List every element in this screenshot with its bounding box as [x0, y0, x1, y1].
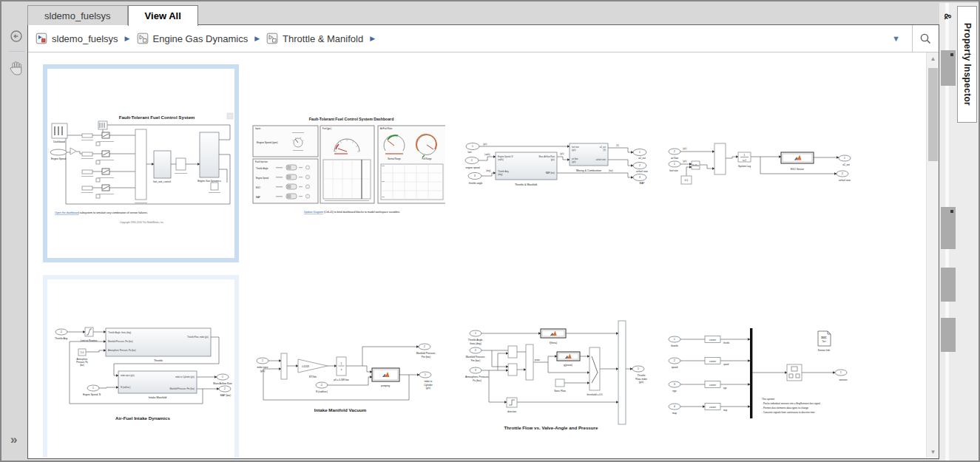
block-label: Intake Manifold: [149, 396, 166, 399]
breadcrumb-item-model[interactable]: sldemo_fuelsys: [36, 33, 118, 44]
expand-panel-icon[interactable]: »: [10, 432, 17, 447]
svg-text:mdot to Cylinder (g/s): mdot to Cylinder (g/s): [175, 376, 195, 378]
svg-text:mdot input (g/s): mdot input (g/s): [121, 374, 135, 377]
svg-text:2: 2: [224, 387, 226, 390]
left-toolbar: »: [6, 24, 27, 459]
svg-text:1.0: 1.0: [81, 351, 84, 354]
thumbnail-dashboard[interactable]: Fault-Tolerant Fuel Control System Dashb…: [251, 112, 445, 225]
fuel-scope: [323, 160, 371, 201]
open-dashboard-link[interactable]: Open the dashboard: [55, 211, 79, 214]
view-all-canvas[interactable]: Fault-Tolerant Fuel Control System: [29, 52, 925, 458]
svg-text:N (rad/sec): N (rad/sec): [121, 386, 130, 389]
svg-text:MAP (bar): MAP (bar): [220, 394, 231, 397]
thumbnail-fuel-control-system[interactable]: Fault-Tolerant Fuel Control System: [43, 64, 239, 262]
svg-text:4: 4: [674, 405, 675, 408]
svg-text:Throttle Flow, mdot (g/s): Throttle Flow, mdot (g/s): [187, 336, 209, 339]
tab-view-all[interactable]: View All: [128, 5, 198, 26]
svg-text:fuel rate: fuel rate: [572, 146, 579, 149]
svg-text:throttle: throttle: [671, 344, 678, 347]
diagram-dashboard: Fault-Tolerant Fuel Control System Dashb…: [251, 112, 445, 225]
doc-block: DOC Text Sensor Info: [818, 331, 831, 352]
svg-text:fuel rate: fuel rate: [669, 169, 678, 172]
thumbnail-sensor-bus[interactable]: 1 2 3 4 1 throttle speed ego map sensors: [664, 320, 862, 436]
svg-text:DOC: DOC: [821, 336, 827, 339]
svg-text:(V): (V): [616, 144, 619, 147]
diagram-throttle-flow: 1 2 3 1 Throttle Angle,theta (deg) Manif…: [459, 313, 659, 437]
thumbnail-throttle-flow[interactable]: 1 2 3 1 Throttle Angle,theta (deg) Manif…: [459, 313, 659, 437]
svg-text:Atmospheric Pressure,: Atmospheric Pressure,: [465, 376, 489, 378]
svg-text:2: 2: [674, 359, 675, 362]
svg-text:Mass Airflow Rate: Mass Airflow Rate: [538, 155, 555, 158]
block-label: Sensor Info: [818, 349, 831, 352]
diagram-mixing-combustion: 2 1 1 2 air flow fuel rate o2_out airfue…: [664, 130, 862, 191]
tab-sldemo-fuelsys[interactable]: sldemo_fuelsys: [27, 5, 128, 25]
svg-text:(g/s): (g/s): [572, 160, 575, 163]
svg-text:speed: speed: [672, 366, 678, 369]
panel-title: Fault Injection: [255, 160, 268, 163]
svg-text:2: 2: [61, 330, 62, 333]
svg-text:airfuel ratio: airfuel ratio: [636, 170, 648, 173]
svg-text:Mass Airflow Rate: Mass Airflow Rate: [213, 382, 232, 385]
thumbnail-engine-gas-dynamics[interactable]: 1 2 3 1 2 3 fuel engine speed throttle a…: [461, 126, 657, 194]
annotation-box: [227, 113, 233, 119]
back-icon[interactable]: [10, 30, 23, 43]
scrollbar-thumb[interactable]: [928, 68, 938, 161]
breadcrumb-separator-icon: ▶: [370, 35, 375, 42]
svg-text:Throttle Ang.: Throttle Ang.: [498, 170, 509, 173]
thumbnail-mixing-combustion[interactable]: 2 1 1 2 air flow fuel rate o2_out airfue…: [664, 130, 862, 191]
block-label: System Lag: [738, 165, 751, 168]
svg-text:Throttle Angle, theta (deg): Throttle Angle, theta (deg): [108, 331, 131, 334]
svg-text:o2_out: o2_out: [842, 163, 850, 166]
thumbnail-air-fuel-intake-dynamics[interactable]: 2 1 1 2 Throttle Ang. Engine Speed, N Ma…: [43, 275, 239, 458]
gauge-caption: Full Range: [422, 157, 433, 160]
breadcrumb-dropdown-icon[interactable]: ▼: [892, 34, 900, 43]
pan-hand-icon[interactable]: [9, 60, 24, 76]
svg-text:(g/s): (g/s): [551, 158, 555, 161]
svg-text:map: map: [672, 412, 677, 415]
svg-text:1: 1: [425, 373, 426, 376]
scroll-up-icon[interactable]: ▲: [927, 52, 939, 64]
svg-text:(bar): (bar): [80, 364, 84, 367]
blocks: MinMax 0.1 1 s+1 System Lag EGO Sensor: [681, 143, 814, 184]
block-label: direction: [507, 410, 516, 413]
svg-text:fuel: fuel: [467, 151, 471, 154]
svg-text:ego: ego: [723, 387, 727, 390]
svg-text:(g/s): (g/s): [572, 149, 575, 152]
panel-title: Air/Fuel Ratio: [380, 127, 393, 130]
canvas-vertical-scrollbar[interactable]: ▲ ▼: [926, 52, 939, 458]
thumbnail-intake-manifold-vacuum[interactable]: 1 2 2 1 mdot input (g/s) N (rad/sec) Man…: [250, 326, 446, 424]
breadcrumb-label: Engine Gas Dynamics: [153, 33, 249, 44]
svg-text:mdot input: mdot input: [257, 366, 268, 369]
collapsed-section[interactable]: [941, 50, 956, 86]
bus-creator: [750, 328, 752, 418]
breadcrumb-item-engine-gas-dynamics[interactable]: Engine Gas Dynamics: [137, 33, 249, 44]
svg-text:0.1: 0.1: [685, 179, 689, 182]
block-label: Throttle: [154, 359, 163, 362]
collapsed-section[interactable]: [941, 268, 956, 302]
svg-text:1: 1: [92, 387, 94, 390]
breadcrumb: sldemo_fuelsys ▶ Engine Gas Dynamics ▶ T…: [28, 25, 939, 52]
simulink-window: sldemo_fuelsys View All » sldemo_fuelsys…: [0, 0, 980, 462]
svg-text:air flow: air flow: [572, 157, 578, 160]
svg-text:airfuel ratio: airfuel ratio: [839, 179, 851, 182]
svg-text:MAP (bar): MAP (bar): [546, 171, 555, 174]
update-diagram-link[interactable]: Update Diagram: [304, 211, 323, 214]
svg-text:air flow: air flow: [671, 157, 679, 160]
svg-text:3: 3: [475, 369, 476, 372]
svg-text:o2_out: o2_out: [600, 146, 606, 149]
svg-text:MAP: MAP: [640, 182, 645, 185]
block-label: RT/Vm: [309, 376, 317, 378]
svg-text:MinMax: MinMax: [692, 164, 700, 167]
limit-block: Limit to Positive: [81, 327, 98, 342]
breadcrumb-item-throttle-manifold[interactable]: Throttle & Manifold: [266, 33, 363, 44]
svg-text:1: 1: [639, 151, 641, 154]
scroll-down-icon[interactable]: ▼: [927, 446, 939, 458]
property-inspector-tab[interactable]: Property Inspector: [957, 6, 977, 123]
diagram-title: Intake Manifold Vacuum: [314, 407, 367, 412]
throttle-block: Throttle Angle, theta (deg) Manifold Pre…: [106, 328, 211, 362]
collapsed-section[interactable]: [941, 207, 956, 249]
search-button[interactable]: [913, 25, 939, 52]
diagram-intake-manifold-vacuum: 1 2 2 1 mdot input (g/s) N (rad/sec) Man…: [250, 326, 446, 424]
diagram-title: Fault-Tolerant Fuel Control System Dashb…: [309, 117, 394, 121]
collapsed-section[interactable]: [941, 318, 956, 352]
